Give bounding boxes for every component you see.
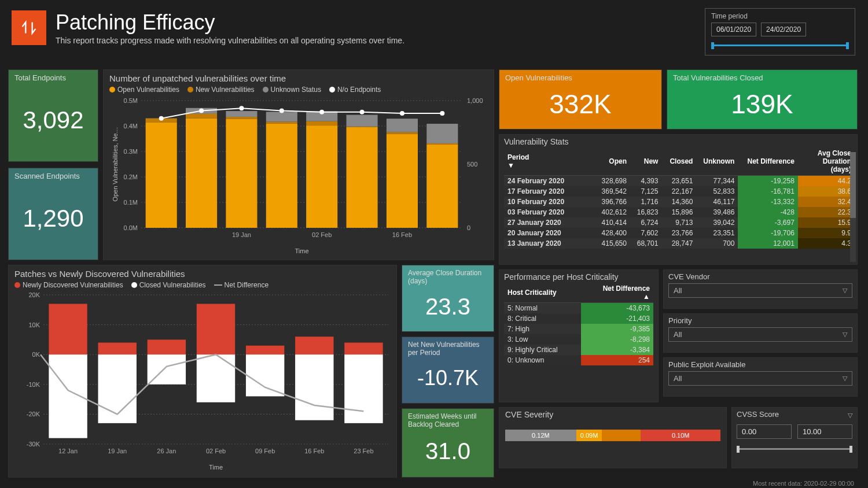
chart-unpatched-over-time[interactable]: Number of unpatched vulnerabilities over… <box>103 69 494 260</box>
chevron-down-icon: ▽ <box>848 412 852 419</box>
chevron-down-icon: ▽ <box>843 375 847 382</box>
filter-label: CVSS Score <box>737 410 779 419</box>
card-title: Total Vulnerabilities Closed <box>673 73 851 82</box>
svg-text:0.3M: 0.3M <box>124 148 138 155</box>
svg-text:0.2M: 0.2M <box>124 173 138 180</box>
svg-rect-15 <box>146 122 177 228</box>
svg-rect-83 <box>344 354 382 423</box>
card-value: 31.0 <box>408 428 488 474</box>
scrollbar[interactable] <box>850 152 856 262</box>
chart-legend: Open Vulnerabilities New Vulnerabilities… <box>109 86 488 94</box>
svg-rect-32 <box>347 115 378 127</box>
svg-text:-10K: -10K <box>27 381 41 388</box>
filter-label: Public Exploit Available <box>668 360 852 369</box>
cvss-from[interactable]: 0.00 <box>737 424 792 439</box>
svg-text:0.4M: 0.4M <box>124 123 138 130</box>
card-value: -10.7K <box>408 357 488 400</box>
cvss-slider[interactable] <box>737 445 852 453</box>
svg-text:0.1M: 0.1M <box>124 199 138 206</box>
time-period-from[interactable]: 06/01/2020 <box>711 23 756 36</box>
card-title: Scanned Endpoints <box>14 172 92 180</box>
page-title: Patching Efficacy <box>56 10 404 35</box>
table-vulnerability-stats[interactable]: Vulnerability Stats Period▼OpenNewClosed… <box>499 134 858 265</box>
svg-rect-82 <box>344 343 382 355</box>
svg-rect-80 <box>295 354 333 420</box>
page-subtitle: This report tracks progress made with re… <box>56 36 404 45</box>
svg-rect-33 <box>387 134 418 228</box>
svg-rect-21 <box>226 119 257 228</box>
svg-point-42 <box>279 109 284 113</box>
table-title: Performance per Host Criticality <box>504 272 653 282</box>
card-total-endpoints[interactable]: Total Endpoints 3,092 <box>8 69 98 162</box>
chart-cve-severity[interactable]: CVE Severity 0.12M0.09M0.10M <box>499 407 727 468</box>
svg-text:19 Jan: 19 Jan <box>108 448 127 454</box>
card-scanned-endpoints[interactable]: Scanned Endpoints 1,290 <box>8 168 98 260</box>
svg-text:16 Feb: 16 Feb <box>304 448 324 454</box>
cvss-to[interactable]: 10.00 <box>797 424 852 439</box>
svg-text:02 Feb: 02 Feb <box>312 231 332 238</box>
svg-rect-36 <box>426 145 458 228</box>
table-host-criticality[interactable]: Performance per Host Criticality Host Cr… <box>499 269 659 402</box>
card-value: 1,290 <box>14 180 92 256</box>
svg-rect-18 <box>186 119 217 228</box>
card-value: 139K <box>673 82 851 125</box>
app-logo <box>12 10 46 45</box>
svg-point-39 <box>159 116 164 121</box>
filter-label: CVE Vendor <box>668 272 852 281</box>
svg-point-40 <box>199 109 204 113</box>
severity-bar: 0.12M0.09M0.10M <box>505 430 720 441</box>
filter-priority[interactable]: Priority All ▽ <box>663 313 858 353</box>
svg-text:0.5M: 0.5M <box>124 97 138 104</box>
svg-text:19 Jan: 19 Jan <box>232 231 251 238</box>
chart-legend: Newly Discovered Vulnerabilities Closed … <box>14 281 391 289</box>
filter-cvss-score[interactable]: CVSS Score ▽ 0.00 10.00 <box>731 407 858 468</box>
svg-rect-22 <box>226 117 257 119</box>
chevron-down-icon: ▽ <box>843 331 847 338</box>
svg-point-45 <box>400 111 404 116</box>
svg-rect-35 <box>387 119 418 132</box>
svg-point-43 <box>319 110 324 114</box>
svg-point-44 <box>360 110 365 114</box>
svg-text:0K: 0K <box>32 351 41 358</box>
chart-patches-vs-discovered[interactable]: Patches vs Newly Discovered Vulnerabilit… <box>8 265 397 478</box>
svg-text:16 Feb: 16 Feb <box>392 231 412 238</box>
footer-note: Most recent data: 2020-02-29 00:00 <box>753 480 854 487</box>
svg-text:02 Feb: 02 Feb <box>206 448 226 454</box>
svg-rect-26 <box>266 112 297 121</box>
svg-text:-30K: -30K <box>27 441 41 448</box>
svg-rect-37 <box>426 143 458 145</box>
svg-rect-23 <box>226 111 257 117</box>
filter-public-exploit[interactable]: Public Exploit Available All ▽ <box>663 357 858 397</box>
svg-text:0: 0 <box>467 224 470 231</box>
svg-text:12 Jan: 12 Jan <box>58 448 78 454</box>
card-weeks-backlog[interactable]: Estimated Weeks until Backlog Cleared 31… <box>402 408 494 478</box>
time-period-slider[interactable] <box>711 41 849 49</box>
svg-rect-68 <box>98 354 137 423</box>
svg-text:23 Feb: 23 Feb <box>354 448 373 454</box>
card-avg-close-duration[interactable]: Average Close Duration (days) 23.3 <box>402 265 494 332</box>
chevron-down-icon: ▽ <box>843 287 847 294</box>
filter-select[interactable]: All ▽ <box>668 327 852 342</box>
svg-text:-20K: -20K <box>27 411 41 417</box>
card-title: Total Endpoints <box>14 73 92 82</box>
card-net-new-per-period[interactable]: Net New Vulnerabilities per Period -10.7… <box>402 337 494 404</box>
filter-label: Priority <box>668 316 852 325</box>
card-total-closed[interactable]: Total Vulnerabilities Closed 139K <box>667 69 858 130</box>
card-open-vulnerabilities[interactable]: Open Vulnerabilities 332K <box>499 69 662 130</box>
svg-rect-70 <box>148 339 186 354</box>
filter-select[interactable]: All ▽ <box>668 283 852 298</box>
svg-rect-25 <box>266 122 297 124</box>
svg-rect-76 <box>246 346 284 354</box>
time-period-filter[interactable]: Time period 06/01/2020 24/02/2020 <box>705 8 855 56</box>
svg-text:Open Vulnerabilities, Ne…: Open Vulnerabilities, Ne… <box>112 127 119 201</box>
svg-point-41 <box>239 106 244 110</box>
filter-cve-vendor[interactable]: CVE Vendor All ▽ <box>663 269 858 309</box>
svg-text:1,000: 1,000 <box>467 97 483 104</box>
time-period-to[interactable]: 24/02/2020 <box>761 23 806 36</box>
svg-rect-24 <box>266 124 297 228</box>
card-value: 23.3 <box>408 285 488 328</box>
card-value: 3,092 <box>14 82 92 158</box>
svg-rect-77 <box>246 354 284 396</box>
svg-rect-38 <box>426 124 458 143</box>
filter-select[interactable]: All ▽ <box>668 371 852 386</box>
